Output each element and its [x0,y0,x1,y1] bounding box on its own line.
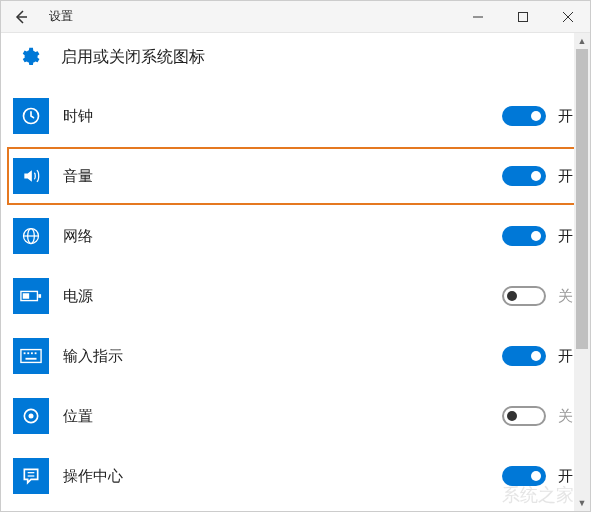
window-controls [455,1,590,33]
setting-row-clock: 时钟开 [13,87,578,145]
toggle-wrap: 关 [502,286,578,306]
setting-row-location: 位置关 [13,387,578,445]
toggle-volume[interactable] [502,166,546,186]
toggle-location[interactable] [502,406,546,426]
location-icon [13,398,49,434]
back-button[interactable] [1,1,41,33]
maximize-button[interactable] [500,1,545,33]
svg-rect-15 [35,352,37,354]
setting-row-power: 电源关 [13,267,578,325]
close-button[interactable] [545,1,590,33]
toggle-knob [531,351,541,361]
svg-rect-1 [518,12,527,21]
toggle-knob [507,411,517,421]
maximize-icon [518,12,528,22]
setting-row-action-center: 操作中心开 [13,447,578,505]
action-center-icon [13,458,49,494]
scrollbar[interactable]: ▲ ▼ [574,33,590,511]
network-icon [13,218,49,254]
svg-rect-10 [38,294,41,298]
titlebar: 设置 [1,1,590,33]
toggle-knob [531,171,541,181]
scroll-down-icon[interactable]: ▼ [574,495,590,511]
toggle-power[interactable] [502,286,546,306]
toggle-wrap: 开 [502,226,578,246]
toggle-knob [507,291,517,301]
toggle-knob [531,111,541,121]
power-icon [13,278,49,314]
page-title: 启用或关闭系统图标 [61,47,205,68]
toggle-knob [531,231,541,241]
system-icons-list: 时钟开音量开网络开电源关输入指示开位置关操作中心开 [1,87,590,505]
back-arrow-icon [13,9,29,25]
toggle-wrap: 开 [502,166,578,186]
setting-row-network: 网络开 [13,207,578,265]
setting-label: 电源 [63,287,93,306]
svg-rect-13 [27,352,29,354]
toggle-keyboard[interactable] [502,346,546,366]
setting-row-volume: 音量开 [7,147,584,205]
setting-row-keyboard: 输入指示开 [13,327,578,385]
window-title: 设置 [49,8,73,25]
svg-rect-16 [26,358,37,360]
toggle-wrap: 关 [502,406,578,426]
setting-label: 输入指示 [63,347,123,366]
page-header: 启用或关闭系统图标 [1,33,590,87]
clock-icon [13,98,49,134]
svg-point-18 [29,414,34,419]
toggle-clock[interactable] [502,106,546,126]
setting-label: 位置 [63,407,93,426]
scroll-up-icon[interactable]: ▲ [574,33,590,49]
keyboard-icon [13,338,49,374]
svg-rect-11 [21,350,41,363]
close-icon [563,12,573,22]
gear-icon [17,45,41,69]
setting-label: 操作中心 [63,467,123,486]
setting-label: 时钟 [63,107,93,126]
volume-icon [13,158,49,194]
toggle-wrap: 开 [502,346,578,366]
setting-label: 网络 [63,227,93,246]
toggle-network[interactable] [502,226,546,246]
minimize-button[interactable] [455,1,500,33]
toggle-action-center[interactable] [502,466,546,486]
toggle-wrap: 开 [502,106,578,126]
toggle-wrap: 开 [502,466,578,486]
scroll-thumb[interactable] [576,49,588,349]
svg-rect-14 [31,352,33,354]
toggle-knob [531,471,541,481]
minimize-icon [473,12,483,22]
svg-rect-9 [23,293,29,299]
setting-label: 音量 [63,167,93,186]
svg-rect-12 [24,352,26,354]
